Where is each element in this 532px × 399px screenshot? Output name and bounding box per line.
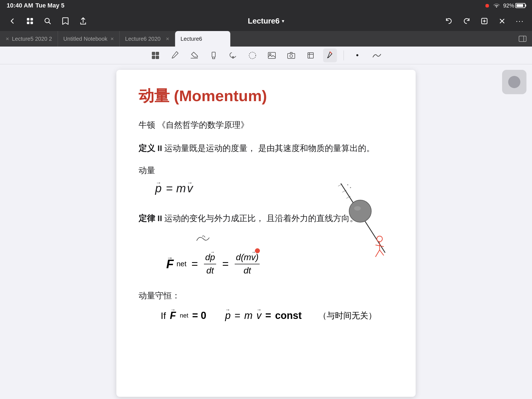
definition-body: 运动量既是运动的度量， 是由其速度和物质的量算出的。 [164,144,374,153]
svg-rect-18 [308,53,313,58]
nav-right: ··· [266,16,525,27]
tab-label-untitled: Untitled Notebook [63,36,108,42]
time-display: 10:40 AM [7,2,33,9]
back-button[interactable] [7,16,18,27]
image-insert-button[interactable] [265,48,279,62]
battery-percent: 92% [503,2,514,9]
svg-rect-7 [152,52,155,55]
svg-rect-0 [27,18,29,21]
side-panel-thumb [508,76,520,88]
annotation-area [194,232,393,247]
tab-label-lecture5: Lecture5 2020 2 [12,36,52,42]
bookmark-button[interactable] [60,16,71,27]
highlighter-button[interactable] [207,48,221,62]
close-nav-button[interactable] [497,16,508,27]
if-keyword: If [161,310,166,321]
svg-rect-10 [156,56,159,59]
status-bar-left: 10:40 AM Tue May 5 [7,2,65,9]
top-nav-bar: Lecture6 ▾ ··· [0,11,532,31]
v-vector: v → [187,182,193,195]
conservation-formula: If F → net = 0 p → = m v → [161,310,393,321]
tabs-bar: ✕ Lecture5 2020 2 Untitled Notebook ✕ Le… [0,31,532,47]
conservation-section: 动量守恒： If F → net = 0 p → = m [139,290,393,321]
definition-text: 定义 II 运动量既是运动的度量， 是由其速度和物质的量算出的。 [139,142,393,155]
svg-rect-8 [156,52,159,55]
svg-point-30 [347,184,348,185]
law-body: 运动的变化与外力成正比， 且沿着外力的直线方向。 [164,214,358,223]
crop-button[interactable] [304,48,318,62]
svg-rect-9 [152,56,155,59]
const-text: const [275,310,302,321]
recording-indicator: ⏺ [484,2,490,9]
toolbar: • [0,47,532,64]
tab-lecture5[interactable]: ✕ Lecture5 2020 2 [0,31,58,47]
svg-point-13 [249,52,256,59]
net-subscript: net [177,260,186,268]
svg-rect-11 [212,52,215,57]
overview-button[interactable] [24,16,35,27]
battery-indicator: 92% [503,2,525,9]
time-note: （与时间无关） [318,310,377,321]
status-bar: 10:40 AM Tue May 5 ⏺ 92% [0,0,532,11]
svg-rect-1 [30,18,33,21]
page-title: 动量 (Momentum) [139,86,393,105]
selection-button[interactable] [245,48,259,62]
tab-lecture6-2020[interactable]: Lecture6 2020 ✕ [120,31,175,47]
status-bar-right: ⏺ 92% [484,2,525,9]
document-page: 动量 (Momentum) 牛顿 《自然哲学的数学原理》 定义 II 运动量既是… [116,70,416,397]
tab-close-lecture6-2020[interactable]: ✕ [166,36,169,42]
svg-rect-6 [519,36,526,42]
tab-label-lecture6: Lecture6 [181,36,202,42]
more-options-button[interactable]: ··· [514,16,525,27]
battery-bar [515,3,525,8]
undo-button[interactable] [443,16,454,27]
svg-rect-14 [268,52,275,58]
title-dropdown-icon[interactable]: ▾ [282,18,284,24]
tab-label-lecture6-2020: Lecture6 2020 [125,36,161,42]
svg-point-20 [349,200,371,222]
export-button[interactable] [78,16,89,27]
search-button[interactable] [42,16,53,27]
definition-label: 定义 II [139,144,162,153]
tab-untitled[interactable]: Untitled Notebook ✕ [58,31,120,47]
svg-point-31 [350,187,351,188]
nav-left [7,16,266,27]
main-content-area: 动量 (Momentum) 牛顿 《自然哲学的数学原理》 定义 II 运动量既是… [0,64,532,399]
insert-button[interactable] [149,48,162,62]
p-vector-2: p → [225,310,231,321]
add-page-button[interactable] [479,16,490,27]
nav-center: Lecture6 ▾ [248,17,284,25]
svg-point-21 [354,206,361,211]
pen-button[interactable] [168,48,182,62]
tab-lecture6-active[interactable]: Lecture6 [175,31,231,47]
active-pen-button[interactable] [323,48,337,62]
F-vector-2: F → [170,310,176,321]
svg-rect-3 [30,22,33,24]
eraser-button[interactable] [187,48,201,62]
document-title: Lecture6 [248,17,279,25]
law-label: 定律 II [139,214,162,223]
svg-point-17 [290,55,293,57]
battery-fill [516,4,523,7]
toolbar-separator [344,50,344,60]
camera-button[interactable] [284,48,298,62]
illustration [332,178,393,261]
redo-button[interactable] [461,16,472,27]
handwriting-annotation [194,232,216,246]
svg-rect-2 [27,22,29,24]
dot-size-button[interactable]: • [351,48,364,62]
F-vector: F → [166,257,174,271]
svg-rect-16 [288,53,295,58]
tab-close-untitled[interactable]: ✕ [110,36,114,42]
tab-close-lecture5[interactable]: ✕ [6,36,9,42]
side-panel[interactable] [502,70,526,94]
newton-reference: 牛顿 《自然哲学的数学原理》 [139,118,393,132]
lasso-button[interactable] [226,48,240,62]
force-formula: F → net = dp→ dt = d(mv→) dt [166,252,393,276]
momentum-section: 动量 p → = m v → [139,165,393,201]
dmv-dt-fraction: d(mv→) dt [235,252,260,276]
panel-toggle-button[interactable] [513,31,532,47]
date-display: Tue May 5 [35,2,65,9]
curve-style-button[interactable] [370,48,384,62]
conservation-title: 动量守恒： [139,290,393,301]
